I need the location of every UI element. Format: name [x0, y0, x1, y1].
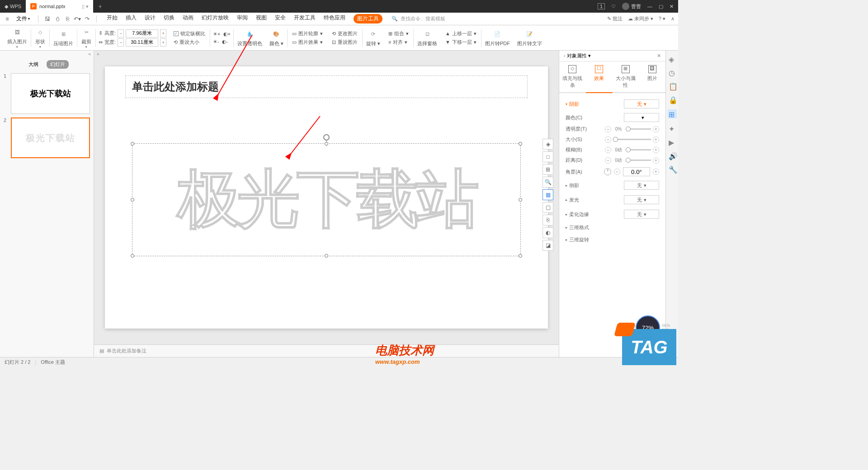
blur-plus[interactable]: +: [653, 147, 659, 153]
new-tab-button[interactable]: +: [93, 3, 108, 10]
pic-to-pdf-button[interactable]: 📄图片转PDF: [481, 25, 514, 50]
tab-transition[interactable]: 切换: [164, 14, 175, 24]
sec-reflection[interactable]: ▸倒影 无 ▾: [566, 178, 659, 193]
slide[interactable]: 单击此处添加标题 极光下载站: [105, 66, 548, 329]
brightness-plus-icon[interactable]: ☀+: [213, 31, 220, 37]
dist-minus[interactable]: −: [605, 157, 611, 164]
selected-image[interactable]: 极光下载站: [132, 143, 521, 256]
prop-tab-effect[interactable]: ☐效果: [586, 61, 613, 93]
tab-home[interactable]: 开始: [107, 14, 118, 24]
badge[interactable]: 1: [598, 3, 605, 9]
bring-forward-button[interactable]: ▲上移一层 ▾: [443, 30, 478, 38]
tab-insert[interactable]: 插入: [126, 14, 137, 24]
rs-property-icon[interactable]: ⊞: [668, 109, 677, 118]
reset-size-button[interactable]: ⟲重设大小: [172, 38, 207, 46]
print-icon[interactable]: ⎘: [64, 15, 71, 23]
align-button[interactable]: ≡对齐 ▾: [387, 38, 410, 46]
shadow-color[interactable]: ▾: [624, 113, 659, 122]
maximize-icon[interactable]: ▢: [659, 4, 663, 9]
annotate-button[interactable]: ✎ 批注: [607, 15, 623, 22]
trans-plus[interactable]: +: [653, 126, 659, 132]
collapse-ribbon-icon[interactable]: ∧: [671, 16, 675, 22]
redo-icon[interactable]: ↷: [84, 15, 91, 23]
reflection-preset[interactable]: 无 ▾: [624, 181, 659, 190]
handle-tl[interactable]: [131, 142, 134, 146]
tab-animation[interactable]: 动画: [183, 14, 193, 24]
brightness-minus-icon[interactable]: ☀-: [213, 39, 219, 45]
prop-tab-fill[interactable]: ◇填充与线条: [559, 61, 586, 92]
trans-minus[interactable]: −: [605, 126, 611, 132]
width-input[interactable]: [126, 38, 158, 47]
contrast-minus-icon[interactable]: ◐-: [222, 39, 228, 45]
handle-tr[interactable]: [519, 142, 522, 146]
tab-picture-tools[interactable]: 图片工具: [354, 14, 382, 24]
ft-select-icon[interactable]: ▦: [542, 189, 553, 200]
ft-effect-icon[interactable]: ◪: [542, 240, 553, 251]
contrast-plus-icon[interactable]: ◐+: [223, 31, 231, 37]
pic-to-text-button[interactable]: 📝图片转文字: [514, 25, 546, 50]
tab-view[interactable]: 视图: [256, 14, 267, 24]
sec-3dformat[interactable]: ▸三维格式: [566, 221, 659, 234]
sec-3drotate[interactable]: ▸三维旋转: [566, 234, 659, 246]
ft-copy-icon[interactable]: ⎘: [542, 215, 553, 226]
tab-security[interactable]: 安全: [275, 14, 286, 24]
reset-pic-button[interactable]: ⊡重设图片: [330, 38, 359, 46]
width-plus[interactable]: +: [160, 38, 166, 47]
ft-zoom-icon[interactable]: 🔍: [542, 177, 553, 188]
rs-animation-icon[interactable]: ✦: [669, 125, 676, 132]
help-icon[interactable]: ? ▾: [659, 16, 665, 22]
compress-button[interactable]: ⊞压缩图片: [50, 25, 77, 50]
recolor-button[interactable]: 🎨颜色 ▾: [266, 25, 287, 50]
size-minus[interactable]: −: [605, 136, 611, 143]
rs-lock-icon[interactable]: 🔒: [669, 96, 676, 103]
sync-button[interactable]: ☁ 未同步 ▾: [628, 15, 653, 22]
tab-dropdown-icon[interactable]: ▯ ▾: [82, 4, 89, 9]
height-input[interactable]: [126, 29, 158, 38]
rs-clock-icon[interactable]: ◷: [669, 69, 676, 76]
ft-bg-icon[interactable]: ▢: [542, 202, 553, 213]
blur-slider[interactable]: [626, 149, 651, 150]
panel-collapse-icon[interactable]: «: [0, 51, 94, 57]
gift-icon[interactable]: ♡: [611, 4, 616, 9]
title-placeholder[interactable]: 单击此处添加标题: [125, 75, 528, 98]
dist-plus[interactable]: +: [653, 157, 659, 164]
tab-slideshow[interactable]: 幻灯片放映: [202, 14, 229, 24]
outline-tab[interactable]: 大纲: [25, 60, 42, 69]
rs-speaker-icon[interactable]: 🔊: [669, 152, 676, 159]
crop-button[interactable]: ✂裁剪▾: [77, 25, 95, 50]
angle-plus[interactable]: +: [653, 169, 659, 175]
size-slider[interactable]: [613, 139, 651, 140]
save-icon[interactable]: 🖫: [44, 15, 51, 23]
outline-button[interactable]: ▭图片轮廓 ▾: [290, 30, 325, 38]
ft-style-icon[interactable]: ◐: [542, 227, 553, 238]
document-tab[interactable]: P normal.pptx ▯ ▾: [26, 0, 93, 13]
handle-bc[interactable]: [325, 254, 328, 258]
handle-ml[interactable]: [131, 198, 134, 202]
dist-slider[interactable]: [626, 160, 651, 161]
close-icon[interactable]: ✕: [670, 4, 674, 9]
send-backward-button[interactable]: ▼下移一层 ▾: [443, 38, 478, 46]
insert-picture-button[interactable]: 🖼插入图片▾: [4, 25, 31, 50]
selection-pane-button[interactable]: ⊡选择窗格: [414, 25, 441, 50]
prop-tab-size[interactable]: ⊞大小与属性: [613, 61, 639, 92]
effects-button[interactable]: ▭图片效果 ▾: [290, 38, 325, 46]
width-minus[interactable]: −: [118, 38, 124, 47]
softedge-preset[interactable]: 无 ▾: [624, 210, 659, 219]
set-transparent-button[interactable]: 💧设置透明色: [234, 25, 266, 50]
prop-close-icon[interactable]: ✕: [657, 53, 661, 59]
tab-review[interactable]: 审阅: [237, 14, 248, 24]
sec-softedge[interactable]: ▸柔化边缘 无 ▾: [566, 207, 659, 221]
ft-crop-icon[interactable]: □: [542, 151, 553, 162]
print-preview-icon[interactable]: ⎙: [54, 15, 61, 23]
slide-thumb-2[interactable]: 极光下载站: [11, 118, 90, 158]
prop-tab-picture[interactable]: 🖼图片: [639, 61, 665, 92]
angle-minus[interactable]: −: [614, 169, 620, 175]
wps-logo[interactable]: ◆ WPS: [0, 4, 26, 9]
rs-tools-icon[interactable]: 🔧: [669, 165, 676, 173]
slide-thumb-1[interactable]: 极光下载站: [11, 73, 90, 114]
tab-special[interactable]: 特色应用: [324, 14, 345, 24]
handle-br[interactable]: [519, 254, 522, 258]
handle-bl[interactable]: [131, 254, 134, 258]
rotate-button[interactable]: ⟳旋转 ▾: [363, 25, 384, 50]
rs-template-icon[interactable]: ◈: [669, 55, 676, 62]
